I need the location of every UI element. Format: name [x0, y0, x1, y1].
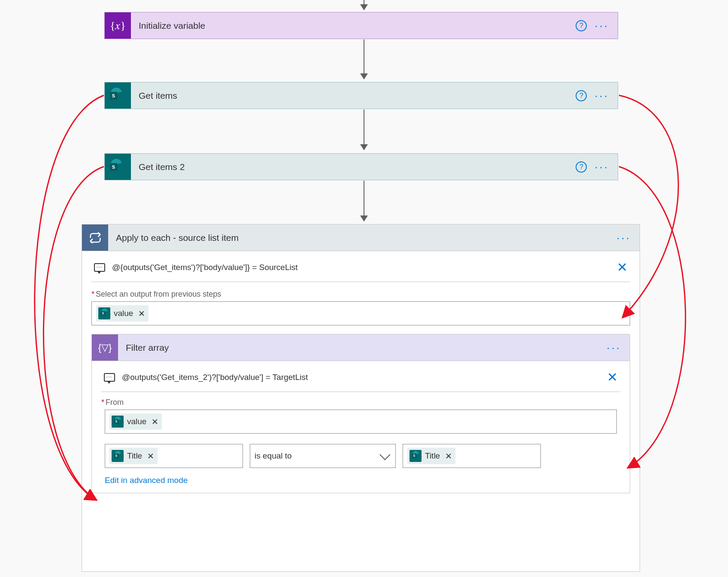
help-icon[interactable]: ? [576, 20, 587, 31]
action-get-items-2[interactable]: S Get items 2 ? ··· [104, 153, 618, 180]
more-menu-icon[interactable]: ··· [607, 342, 621, 353]
help-icon[interactable]: ? [576, 90, 587, 101]
action-title: Initialize variable [131, 21, 576, 31]
sharepoint-icon: S [105, 154, 131, 180]
sharepoint-icon: S [112, 416, 124, 428]
sharepoint-icon: S [112, 450, 124, 462]
sharepoint-icon: S [410, 450, 422, 462]
close-icon[interactable]: ✕ [617, 260, 628, 275]
comment-row: @outputs('Get_items_2')?['body/value'] =… [92, 361, 630, 392]
remove-token-icon[interactable]: ✕ [147, 451, 154, 461]
flow-arrow [364, 39, 364, 79]
token-label: Title [425, 451, 440, 461]
token-value[interactable]: S value ✕ [96, 305, 149, 322]
comment-row: @{outputs('Get_items')?['body/value']} =… [82, 251, 640, 282]
token-title[interactable]: S Title ✕ [109, 448, 158, 464]
field-label-from: *From [92, 398, 630, 410]
action-filter-array: {▽} Filter array ··· @outputs('Get_items… [91, 334, 630, 493]
filter-operator-select[interactable]: is equal to [250, 444, 396, 468]
scope-title: Apply to each - source list item [108, 233, 616, 243]
remove-token-icon[interactable]: ✕ [138, 309, 145, 319]
select-output-input[interactable]: S value ✕ [91, 301, 630, 325]
token-label: value [127, 417, 146, 426]
chevron-down-icon [379, 449, 390, 460]
action-title: Get items 2 [131, 162, 576, 172]
token-label: Title [127, 451, 142, 461]
filter-icon: {▽} [92, 334, 118, 361]
comment-text: @outputs('Get_items_2')?['body/value'] =… [122, 373, 607, 382]
edit-advanced-mode-link[interactable]: Edit in advanced mode [92, 468, 630, 493]
more-menu-icon[interactable]: ··· [595, 90, 609, 101]
sharepoint-icon: S [98, 307, 110, 319]
field-label-select-output: *Select an output from previous steps [82, 290, 640, 301]
comment-icon [104, 373, 115, 382]
flow-arrow [364, 181, 364, 221]
variable-icon: {𝑥} [105, 12, 131, 39]
from-input[interactable]: S value ✕ [105, 410, 617, 434]
token-title[interactable]: S Title ✕ [407, 448, 455, 464]
more-menu-icon[interactable]: ··· [595, 20, 609, 31]
close-icon[interactable]: ✕ [607, 370, 618, 385]
remove-token-icon[interactable]: ✕ [152, 417, 158, 427]
scope-apply-to-each: Apply to each - source list item ··· @{o… [82, 224, 640, 572]
remove-token-icon[interactable]: ✕ [445, 451, 452, 461]
filter-left-operand[interactable]: S Title ✕ [105, 444, 243, 468]
flow-arrow [364, 0, 364, 10]
more-menu-icon[interactable]: ··· [595, 161, 609, 173]
flow-arrow [364, 109, 364, 150]
comment-text: @{outputs('Get_items')?['body/value']} =… [112, 263, 617, 272]
divider [101, 392, 620, 392]
action-initialize-variable[interactable]: {𝑥} Initialize variable ? ··· [104, 12, 618, 39]
more-menu-icon[interactable]: ··· [616, 232, 631, 243]
filter-header[interactable]: {▽} Filter array ··· [92, 334, 630, 361]
token-value[interactable]: S value ✕ [109, 413, 162, 430]
sharepoint-icon: S [105, 82, 131, 109]
filter-condition-row: S Title ✕ is equal to S Title ✕ [92, 440, 630, 468]
action-get-items[interactable]: S Get items ? ··· [104, 82, 618, 109]
comment-icon [94, 263, 105, 272]
divider [91, 282, 630, 282]
action-title: Filter array [118, 343, 607, 353]
help-icon[interactable]: ? [576, 161, 587, 173]
operator-text: is equal to [255, 451, 292, 461]
loop-icon [82, 225, 108, 251]
action-title: Get items [131, 91, 576, 101]
filter-right-operand[interactable]: S Title ✕ [403, 444, 541, 468]
token-label: value [114, 309, 133, 318]
scope-header[interactable]: Apply to each - source list item ··· [82, 225, 640, 251]
